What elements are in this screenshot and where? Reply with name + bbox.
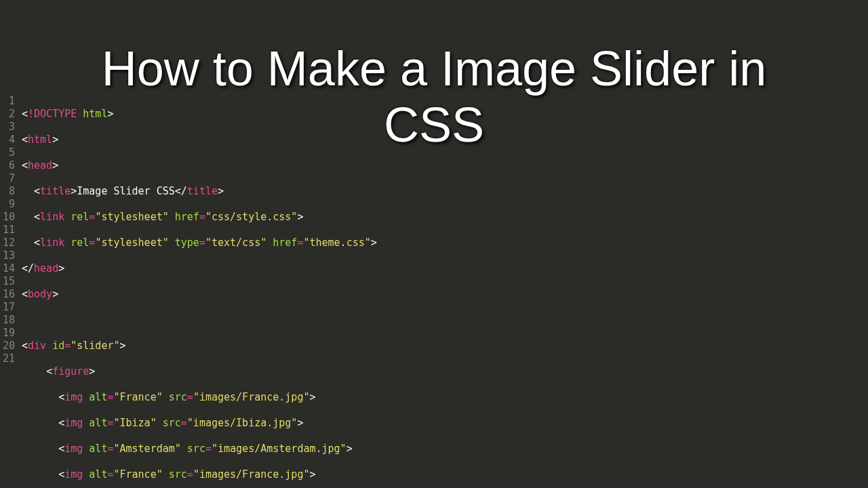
line-number: 1 xyxy=(0,95,15,108)
line-number: 14 xyxy=(0,262,15,275)
line-number: 17 xyxy=(0,301,15,314)
line-number: 8 xyxy=(0,185,15,198)
code-line xyxy=(22,314,868,327)
code-line: <img alt="France" src="images/France.jpg… xyxy=(22,468,868,481)
line-number: 16 xyxy=(0,288,15,301)
code-area[interactable]: <!DOCTYPE html> <html> <head> <title>Ima… xyxy=(22,95,868,488)
line-number: 3 xyxy=(0,121,15,134)
line-number: 12 xyxy=(0,237,15,249)
code-line: </head> xyxy=(22,262,868,275)
line-number: 18 xyxy=(0,314,15,327)
line-number: 10 xyxy=(0,211,15,224)
line-number: 4 xyxy=(0,134,15,146)
line-number: 19 xyxy=(0,327,15,340)
line-number-gutter: 1 2 3 4 5 6 7 8 9 10 11 12 13 14 15 16 1… xyxy=(0,95,22,488)
code-line: <!DOCTYPE html> xyxy=(22,108,868,121)
line-number: 9 xyxy=(0,198,15,211)
code-line: <html> xyxy=(22,134,868,146)
code-line: <figure> xyxy=(22,365,868,378)
line-number: 13 xyxy=(0,249,15,262)
code-line: <body> xyxy=(22,288,868,301)
line-number: 6 xyxy=(0,159,15,172)
code-line: <div id="slider"> xyxy=(22,340,868,352)
line-number: 2 xyxy=(0,108,15,121)
line-number: 21 xyxy=(0,352,15,365)
code-line: <img alt="Amsterdam" src="images/Amsterd… xyxy=(22,443,868,455)
code-line: <title>Image Slider CSS</title> xyxy=(22,185,868,198)
code-line: <head> xyxy=(22,159,868,172)
line-number: 20 xyxy=(0,340,15,352)
line-number: 11 xyxy=(0,224,15,237)
code-line: <img alt="France" src="images/France.jpg… xyxy=(22,391,868,404)
code-line: <img alt="Ibiza" src="images/Ibiza.jpg"> xyxy=(22,417,868,430)
title-line-1: How to Make a Image Slider in xyxy=(102,41,766,96)
code-line: <link rel="stylesheet" type="text/css" h… xyxy=(22,237,868,249)
code-line: <link rel="stylesheet" href="css/style.c… xyxy=(22,211,868,224)
line-number: 7 xyxy=(0,172,15,185)
line-number: 5 xyxy=(0,146,15,159)
code-editor[interactable]: 1 2 3 4 5 6 7 8 9 10 11 12 13 14 15 16 1… xyxy=(0,95,868,488)
line-number: 15 xyxy=(0,275,15,288)
